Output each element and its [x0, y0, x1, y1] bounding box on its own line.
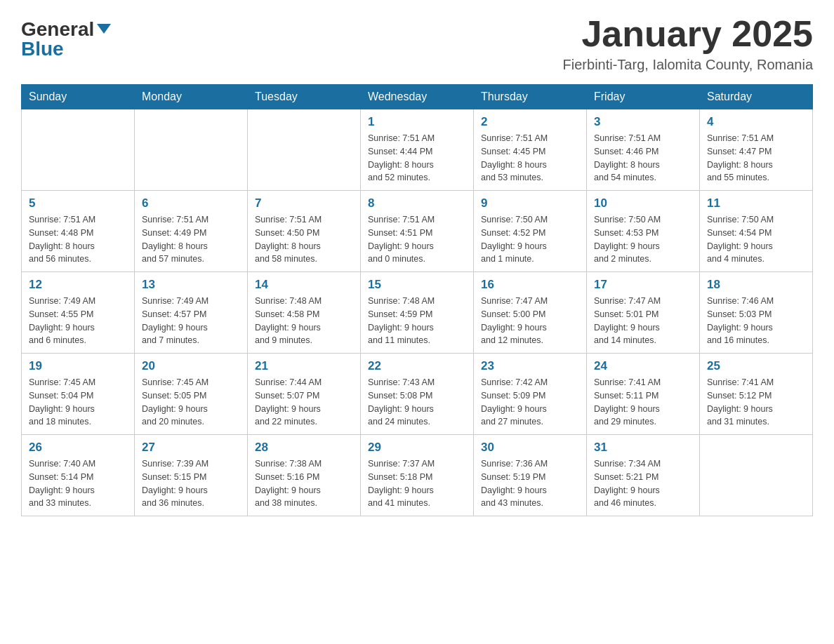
day-number: 13: [142, 278, 240, 292]
calendar-week-4: 19Sunrise: 7:45 AM Sunset: 5:04 PM Dayli…: [22, 354, 813, 435]
calendar-cell: 3Sunrise: 7:51 AM Sunset: 4:46 PM Daylig…: [587, 109, 700, 191]
day-number: 27: [142, 441, 240, 455]
day-number: 12: [29, 278, 127, 292]
day-info: Sunrise: 7:49 AM Sunset: 4:57 PM Dayligh…: [142, 295, 240, 347]
subtitle: Fierbinti-Targ, Ialomita County, Romania: [563, 57, 813, 73]
calendar-cell: 15Sunrise: 7:48 AM Sunset: 4:59 PM Dayli…: [361, 272, 474, 354]
day-number: 1: [368, 115, 466, 129]
day-info: Sunrise: 7:51 AM Sunset: 4:44 PM Dayligh…: [368, 132, 466, 185]
day-number: 22: [368, 359, 466, 373]
calendar-header-wednesday: Wednesday: [361, 85, 474, 109]
day-number: 8: [368, 196, 466, 210]
day-number: 2: [481, 115, 579, 129]
day-info: Sunrise: 7:46 AM Sunset: 5:03 PM Dayligh…: [707, 295, 805, 347]
calendar-cell: 25Sunrise: 7:41 AM Sunset: 5:12 PM Dayli…: [700, 354, 813, 435]
day-info: Sunrise: 7:37 AM Sunset: 5:18 PM Dayligh…: [368, 457, 466, 510]
day-number: 25: [707, 359, 805, 373]
calendar-header-tuesday: Tuesday: [248, 85, 361, 109]
day-info: Sunrise: 7:51 AM Sunset: 4:47 PM Dayligh…: [707, 132, 805, 185]
title-area: January 2025 Fierbinti-Targ, Ialomita Co…: [563, 14, 813, 73]
calendar-cell: 17Sunrise: 7:47 AM Sunset: 5:01 PM Dayli…: [587, 272, 700, 354]
calendar-cell: 12Sunrise: 7:49 AM Sunset: 4:55 PM Dayli…: [22, 272, 135, 354]
day-info: Sunrise: 7:51 AM Sunset: 4:50 PM Dayligh…: [255, 213, 353, 266]
day-info: Sunrise: 7:48 AM Sunset: 4:59 PM Dayligh…: [368, 295, 466, 347]
day-number: 9: [481, 196, 579, 210]
day-number: 19: [29, 359, 127, 373]
day-info: Sunrise: 7:36 AM Sunset: 5:19 PM Dayligh…: [481, 457, 579, 510]
calendar-cell: 1Sunrise: 7:51 AM Sunset: 4:44 PM Daylig…: [361, 109, 474, 191]
day-info: Sunrise: 7:39 AM Sunset: 5:15 PM Dayligh…: [142, 457, 240, 510]
calendar-cell: 27Sunrise: 7:39 AM Sunset: 5:15 PM Dayli…: [135, 435, 248, 516]
calendar-cell: 28Sunrise: 7:38 AM Sunset: 5:16 PM Dayli…: [248, 435, 361, 516]
calendar-week-1: 1Sunrise: 7:51 AM Sunset: 4:44 PM Daylig…: [22, 109, 813, 191]
header: General Blue January 2025 Fierbinti-Targ…: [21, 14, 813, 73]
day-number: 15: [368, 278, 466, 292]
logo-general-text: General: [21, 20, 94, 39]
day-info: Sunrise: 7:47 AM Sunset: 5:01 PM Dayligh…: [594, 295, 692, 347]
calendar-cell: [135, 109, 248, 191]
calendar-week-5: 26Sunrise: 7:40 AM Sunset: 5:14 PM Dayli…: [22, 435, 813, 516]
calendar-week-3: 12Sunrise: 7:49 AM Sunset: 4:55 PM Dayli…: [22, 272, 813, 354]
day-info: Sunrise: 7:42 AM Sunset: 5:09 PM Dayligh…: [481, 376, 579, 429]
day-number: 6: [142, 196, 240, 210]
logo-general: General: [21, 20, 111, 39]
day-info: Sunrise: 7:51 AM Sunset: 4:45 PM Dayligh…: [481, 132, 579, 185]
day-number: 14: [255, 278, 353, 292]
calendar-cell: 10Sunrise: 7:50 AM Sunset: 4:53 PM Dayli…: [587, 191, 700, 272]
logo-blue-text: Blue: [21, 39, 64, 59]
calendar-cell: 26Sunrise: 7:40 AM Sunset: 5:14 PM Dayli…: [22, 435, 135, 516]
day-number: 20: [142, 359, 240, 373]
calendar-cell: [248, 109, 361, 191]
calendar-cell: 5Sunrise: 7:51 AM Sunset: 4:48 PM Daylig…: [22, 191, 135, 272]
day-number: 16: [481, 278, 579, 292]
calendar-cell: 14Sunrise: 7:48 AM Sunset: 4:58 PM Dayli…: [248, 272, 361, 354]
day-number: 28: [255, 441, 353, 455]
day-info: Sunrise: 7:49 AM Sunset: 4:55 PM Dayligh…: [29, 295, 127, 347]
day-info: Sunrise: 7:41 AM Sunset: 5:11 PM Dayligh…: [594, 376, 692, 429]
calendar-cell: 22Sunrise: 7:43 AM Sunset: 5:08 PM Dayli…: [361, 354, 474, 435]
day-info: Sunrise: 7:50 AM Sunset: 4:54 PM Dayligh…: [707, 213, 805, 266]
logo: General Blue: [21, 20, 111, 59]
day-number: 24: [594, 359, 692, 373]
calendar-cell: 23Sunrise: 7:42 AM Sunset: 5:09 PM Dayli…: [474, 354, 587, 435]
calendar-cell: 6Sunrise: 7:51 AM Sunset: 4:49 PM Daylig…: [135, 191, 248, 272]
calendar-cell: [22, 109, 135, 191]
main-title: January 2025: [563, 14, 813, 54]
calendar-header-monday: Monday: [135, 85, 248, 109]
day-number: 23: [481, 359, 579, 373]
calendar-cell: 11Sunrise: 7:50 AM Sunset: 4:54 PM Dayli…: [700, 191, 813, 272]
day-info: Sunrise: 7:45 AM Sunset: 5:05 PM Dayligh…: [142, 376, 240, 429]
day-info: Sunrise: 7:51 AM Sunset: 4:49 PM Dayligh…: [142, 213, 240, 266]
day-info: Sunrise: 7:50 AM Sunset: 4:53 PM Dayligh…: [594, 213, 692, 266]
day-info: Sunrise: 7:48 AM Sunset: 4:58 PM Dayligh…: [255, 295, 353, 347]
day-info: Sunrise: 7:51 AM Sunset: 4:46 PM Dayligh…: [594, 132, 692, 185]
calendar-cell: 13Sunrise: 7:49 AM Sunset: 4:57 PM Dayli…: [135, 272, 248, 354]
calendar-cell: 8Sunrise: 7:51 AM Sunset: 4:51 PM Daylig…: [361, 191, 474, 272]
calendar-header-friday: Friday: [587, 85, 700, 109]
day-info: Sunrise: 7:40 AM Sunset: 5:14 PM Dayligh…: [29, 457, 127, 510]
day-number: 7: [255, 196, 353, 210]
calendar-cell: 7Sunrise: 7:51 AM Sunset: 4:50 PM Daylig…: [248, 191, 361, 272]
calendar-header-saturday: Saturday: [700, 85, 813, 109]
day-number: 10: [594, 196, 692, 210]
day-number: 30: [481, 441, 579, 455]
logo-arrow-icon: [97, 24, 111, 34]
calendar-cell: 29Sunrise: 7:37 AM Sunset: 5:18 PM Dayli…: [361, 435, 474, 516]
calendar-cell: 19Sunrise: 7:45 AM Sunset: 5:04 PM Dayli…: [22, 354, 135, 435]
calendar-cell: 20Sunrise: 7:45 AM Sunset: 5:05 PM Dayli…: [135, 354, 248, 435]
day-info: Sunrise: 7:45 AM Sunset: 5:04 PM Dayligh…: [29, 376, 127, 429]
day-info: Sunrise: 7:34 AM Sunset: 5:21 PM Dayligh…: [594, 457, 692, 510]
day-info: Sunrise: 7:51 AM Sunset: 4:51 PM Dayligh…: [368, 213, 466, 266]
calendar-cell: 24Sunrise: 7:41 AM Sunset: 5:11 PM Dayli…: [587, 354, 700, 435]
calendar-cell: 21Sunrise: 7:44 AM Sunset: 5:07 PM Dayli…: [248, 354, 361, 435]
calendar-cell: 31Sunrise: 7:34 AM Sunset: 5:21 PM Dayli…: [587, 435, 700, 516]
calendar-cell: 16Sunrise: 7:47 AM Sunset: 5:00 PM Dayli…: [474, 272, 587, 354]
day-number: 3: [594, 115, 692, 129]
day-number: 29: [368, 441, 466, 455]
day-info: Sunrise: 7:44 AM Sunset: 5:07 PM Dayligh…: [255, 376, 353, 429]
day-number: 5: [29, 196, 127, 210]
calendar-header-thursday: Thursday: [474, 85, 587, 109]
calendar: SundayMondayTuesdayWednesdayThursdayFrid…: [21, 84, 813, 516]
calendar-cell: 2Sunrise: 7:51 AM Sunset: 4:45 PM Daylig…: [474, 109, 587, 191]
day-number: 21: [255, 359, 353, 373]
